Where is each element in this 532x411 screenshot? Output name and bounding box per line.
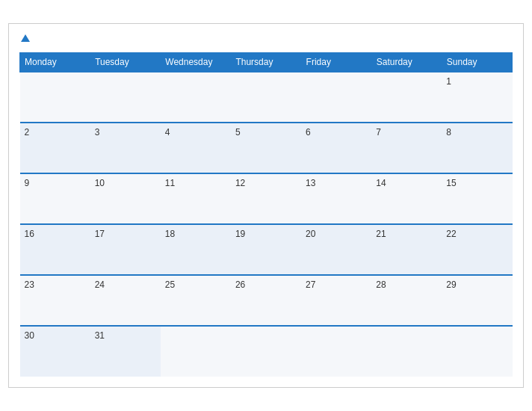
calendar-cell: 19 <box>231 224 301 275</box>
calendar-thead: MondayTuesdayWednesdayThursdayFridaySatu… <box>20 52 513 72</box>
weekday-header-saturday: Saturday <box>371 52 442 72</box>
weekday-header-friday: Friday <box>301 52 371 72</box>
day-number: 31 <box>95 330 105 341</box>
weekday-header-monday: Monday <box>20 52 90 72</box>
calendar-cell: 4 <box>161 123 231 173</box>
calendar-week-row: 9101112131415 <box>20 173 513 224</box>
weekday-header-row: MondayTuesdayWednesdayThursdayFridaySatu… <box>20 52 513 72</box>
calendar-cell <box>20 72 90 123</box>
calendar-cell: 1 <box>442 72 512 123</box>
weekday-header-sunday: Sunday <box>442 52 512 72</box>
day-number: 4 <box>165 127 170 137</box>
calendar-cell <box>442 326 512 377</box>
calendar-cell: 9 <box>20 173 90 224</box>
calendar-cell: 15 <box>442 173 512 224</box>
calendar-week-row: 23242526272829 <box>20 275 513 326</box>
calendar-cell: 29 <box>442 275 512 326</box>
day-number: 8 <box>446 127 451 137</box>
day-number: 19 <box>235 229 245 239</box>
weekday-header-thursday: Thursday <box>231 52 301 72</box>
day-number: 21 <box>376 229 386 239</box>
calendar-cell: 22 <box>442 224 512 275</box>
day-number: 24 <box>95 279 105 290</box>
calendar-cell <box>301 72 371 123</box>
calendar-cell: 16 <box>20 224 90 275</box>
day-number: 17 <box>95 229 105 239</box>
calendar-cell: 26 <box>231 275 301 326</box>
calendar-cell <box>231 326 301 377</box>
calendar-cell <box>161 72 231 123</box>
calendar: MondayTuesdayWednesdayThursdayFridaySatu… <box>8 23 524 388</box>
calendar-tbody: 1234567891011121314151617181920212223242… <box>20 72 513 377</box>
day-number: 12 <box>235 178 245 188</box>
calendar-cell: 7 <box>371 123 442 173</box>
day-number: 11 <box>165 178 175 188</box>
calendar-cell: 17 <box>90 224 161 275</box>
day-number: 20 <box>306 229 315 239</box>
calendar-cell: 23 <box>20 275 90 326</box>
logo <box>19 31 30 45</box>
logo-triangle-icon <box>21 34 30 42</box>
day-number: 27 <box>306 279 315 290</box>
calendar-cell <box>371 326 442 377</box>
calendar-cell: 28 <box>371 275 442 326</box>
day-number: 6 <box>306 127 311 137</box>
calendar-cell: 8 <box>442 123 512 173</box>
day-number: 2 <box>25 127 30 137</box>
calendar-cell: 30 <box>20 326 90 377</box>
day-number: 15 <box>446 178 456 188</box>
calendar-cell: 13 <box>301 173 371 224</box>
weekday-header-wednesday: Wednesday <box>161 52 231 72</box>
day-number: 9 <box>25 178 30 188</box>
calendar-cell: 5 <box>231 123 301 173</box>
day-number: 25 <box>165 279 175 290</box>
calendar-header <box>19 31 513 45</box>
day-number: 18 <box>165 229 175 239</box>
calendar-cell <box>301 326 371 377</box>
calendar-cell: 20 <box>301 224 371 275</box>
calendar-cell: 14 <box>371 173 442 224</box>
calendar-cell: 31 <box>90 326 161 377</box>
calendar-cell: 3 <box>90 123 161 173</box>
calendar-cell: 6 <box>301 123 371 173</box>
calendar-cell: 18 <box>161 224 231 275</box>
calendar-cell: 21 <box>371 224 442 275</box>
calendar-cell: 24 <box>90 275 161 326</box>
calendar-cell <box>371 72 442 123</box>
weekday-header-tuesday: Tuesday <box>90 52 161 72</box>
calendar-cell <box>161 326 231 377</box>
calendar-cell: 2 <box>20 123 90 173</box>
day-number: 10 <box>95 178 105 188</box>
calendar-week-row: 1 <box>20 72 513 123</box>
day-number: 1 <box>446 76 451 87</box>
day-number: 3 <box>95 127 100 137</box>
logo-general <box>19 31 30 45</box>
calendar-table: MondayTuesdayWednesdayThursdayFridaySatu… <box>19 52 513 377</box>
day-number: 22 <box>446 229 456 239</box>
day-number: 13 <box>306 178 315 188</box>
day-number: 16 <box>25 229 34 239</box>
day-number: 23 <box>25 279 34 290</box>
calendar-week-row: 2345678 <box>20 123 513 173</box>
day-number: 29 <box>446 279 456 290</box>
day-number: 14 <box>376 178 386 188</box>
day-number: 30 <box>25 330 34 341</box>
calendar-cell: 27 <box>301 275 371 326</box>
calendar-week-row: 16171819202122 <box>20 224 513 275</box>
day-number: 26 <box>235 279 245 290</box>
day-number: 5 <box>235 127 241 137</box>
calendar-cell <box>231 72 301 123</box>
day-number: 28 <box>376 279 386 290</box>
calendar-cell <box>90 72 161 123</box>
calendar-week-row: 3031 <box>20 326 513 377</box>
day-number: 7 <box>376 127 381 137</box>
calendar-cell: 12 <box>231 173 301 224</box>
calendar-cell: 11 <box>161 173 231 224</box>
calendar-cell: 25 <box>161 275 231 326</box>
calendar-cell: 10 <box>90 173 161 224</box>
